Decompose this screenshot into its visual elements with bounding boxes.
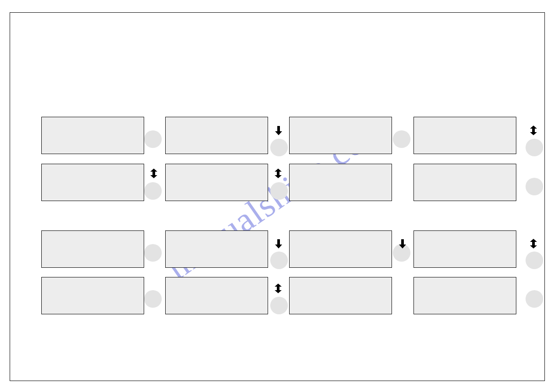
diagram-box bbox=[289, 117, 392, 154]
connector-circle bbox=[144, 244, 162, 262]
diagram-box bbox=[289, 230, 392, 268]
arrow-updown-icon bbox=[530, 238, 537, 249]
connector-circle bbox=[270, 139, 288, 156]
arrow-down-icon bbox=[399, 238, 406, 249]
diagram-box bbox=[41, 117, 144, 154]
arrow-updown-icon bbox=[274, 168, 282, 179]
diagram-box bbox=[41, 277, 144, 314]
diagram-box bbox=[41, 230, 144, 268]
diagram-box bbox=[41, 164, 144, 201]
diagram-box bbox=[165, 277, 268, 314]
connector-circle bbox=[526, 178, 543, 195]
connector-circle bbox=[144, 130, 162, 148]
diagram-box bbox=[165, 117, 268, 154]
connector-circle bbox=[144, 182, 162, 200]
connector-circle bbox=[270, 182, 288, 200]
connector-circle bbox=[526, 252, 543, 269]
diagram-box bbox=[165, 230, 268, 268]
connector-circle bbox=[270, 252, 288, 269]
diagram-box bbox=[414, 277, 516, 314]
diagram-box bbox=[289, 277, 392, 314]
diagram-box bbox=[414, 164, 516, 201]
connector-circle bbox=[393, 130, 410, 148]
page-frame: manualshive.com bbox=[10, 12, 545, 381]
diagram-box bbox=[165, 164, 268, 201]
connector-circle bbox=[270, 297, 288, 314]
diagram-box bbox=[414, 117, 516, 154]
connector-circle bbox=[144, 290, 162, 308]
arrow-updown-icon bbox=[530, 125, 537, 136]
arrow-down-icon bbox=[275, 125, 283, 136]
arrow-updown-icon bbox=[274, 283, 282, 294]
diagram-box bbox=[414, 230, 516, 268]
arrow-updown-icon bbox=[150, 168, 158, 179]
arrow-down-icon bbox=[275, 238, 283, 249]
connector-circle bbox=[526, 139, 543, 156]
diagram-box bbox=[289, 164, 392, 201]
connector-circle bbox=[526, 290, 543, 308]
